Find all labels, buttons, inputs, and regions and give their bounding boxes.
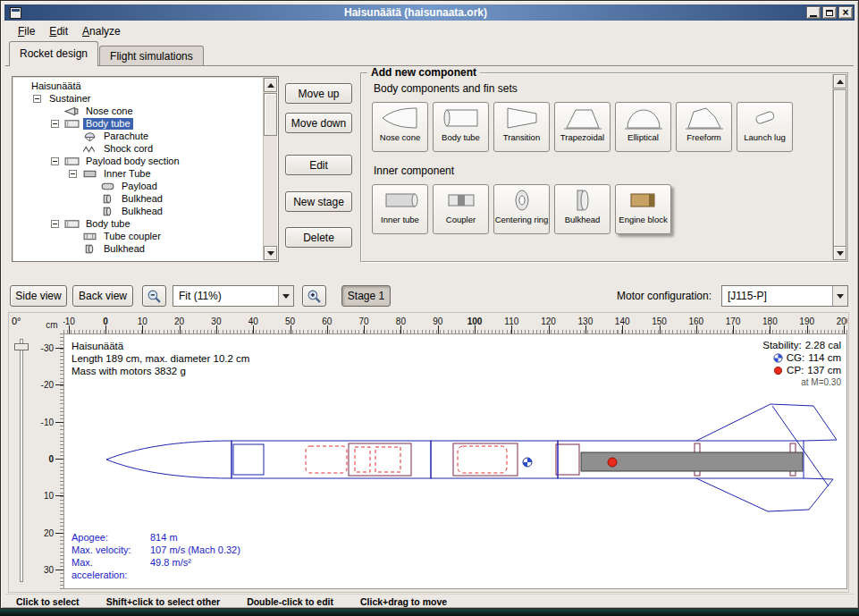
h-ruler-label: 0 — [103, 316, 108, 326]
tab-rocket-design[interactable]: Rocket design — [9, 41, 98, 66]
component-label: Bulkhead — [565, 215, 601, 224]
side-view-button[interactable]: Side view — [10, 285, 67, 307]
component-label: Body tube — [442, 133, 480, 142]
menu-item-analyze[interactable]: Analyze — [75, 23, 128, 39]
scroll-up-button[interactable] — [833, 74, 846, 89]
tree-item-parachute[interactable]: Parachute — [13, 130, 263, 142]
edit-button[interactable]: Edit — [285, 155, 352, 175]
v-ruler-label: 30 — [44, 564, 54, 574]
tree-item-shock-cord[interactable]: Shock cord — [13, 142, 263, 155]
add-coupler-button[interactable]: Coupler — [433, 184, 489, 234]
tree-item-inner-tube[interactable]: Inner Tube — [13, 167, 263, 180]
inner-tube-icon — [381, 187, 420, 214]
tree-expander-icon[interactable] — [33, 95, 41, 103]
h-ruler-label: 30 — [211, 316, 221, 326]
tree-item-label: Tube coupler — [101, 231, 164, 242]
rotation-slider[interactable] — [20, 339, 23, 582]
tree-item-payload[interactable]: Payload — [13, 180, 263, 192]
titlebar[interactable]: Haisunäätä (haisunaata.ork) × — [4, 4, 855, 21]
h-ruler-label: 60 — [322, 316, 332, 326]
add-launch-lug-button[interactable]: Launch lug — [737, 102, 793, 152]
tree-item-body-tube[interactable]: Body tube — [13, 217, 263, 230]
zoom-out-button[interactable] — [142, 285, 166, 307]
move-down-button[interactable]: Move down — [285, 113, 352, 133]
add-nose-cone-button[interactable]: Nose cone — [372, 102, 428, 152]
h-ruler-label: 120 — [541, 316, 556, 326]
component-group-label: Body components and fin sets — [374, 82, 828, 95]
tree-expander-icon[interactable] — [51, 157, 59, 165]
flight-stat-label: Max. velocity: — [72, 544, 150, 556]
menu-item-file[interactable]: File — [11, 23, 42, 39]
arrow-down-icon — [837, 251, 844, 256]
h-ruler-label: 50 — [285, 316, 295, 326]
h-ruler-label: 200 — [837, 316, 847, 326]
minimize-icon — [810, 15, 817, 17]
zoom-select-value: Fit (11%) — [173, 290, 278, 302]
tab-flight-simulations[interactable]: Flight simulations — [99, 46, 204, 66]
tree-expander-icon[interactable] — [51, 220, 59, 228]
tree-item-bulkhead[interactable]: Bulkhead — [13, 192, 263, 205]
tube-icon — [64, 156, 80, 166]
chevron-down-icon[interactable] — [278, 286, 293, 306]
cg-icon — [773, 353, 783, 363]
menu-item-edit[interactable]: Edit — [42, 23, 75, 39]
bulkhead-icon — [100, 194, 115, 204]
panel-scrollbar[interactable] — [832, 74, 846, 260]
zoom-in-button[interactable] — [302, 285, 326, 307]
scroll-up-button[interactable] — [264, 78, 277, 92]
nose-cone-icon — [381, 105, 420, 131]
tree-scrollbar[interactable] — [263, 78, 277, 260]
scrollbar-thumb[interactable] — [833, 89, 846, 247]
h-ruler-tick — [253, 325, 254, 333]
component-label: Elliptical — [627, 133, 659, 142]
tree-item-tube-coupler[interactable]: Tube coupler — [13, 230, 263, 242]
app-window: Haisunäätä (haisunaata.ork) × FileEditAn… — [0, 0, 859, 609]
v-ruler-label: 0 — [48, 454, 54, 464]
add-transition-button[interactable]: Transition — [493, 102, 550, 152]
stability-value: 2.28 cal — [805, 339, 841, 351]
arrow-down-icon — [267, 251, 274, 256]
nosecone-icon — [64, 106, 80, 116]
tree-item-nose-cone[interactable]: Nose cone — [13, 105, 263, 117]
flight-stat-row: Max. acceleration:49.8 m/s² — [72, 556, 240, 581]
scroll-down-button[interactable] — [833, 246, 846, 260]
status-hint: Shift+click to select other — [106, 596, 221, 607]
rotation-slider-thumb[interactable] — [14, 343, 29, 350]
tree-item-payload-body-section[interactable]: Payload body section — [13, 155, 263, 167]
tree-item-body-tube[interactable]: Body tube — [13, 117, 263, 130]
add-bulkhead-button[interactable]: Bulkhead — [554, 184, 611, 234]
close-button[interactable]: × — [838, 6, 853, 19]
tree-item-bulkhead[interactable]: Bulkhead — [13, 242, 263, 255]
new-stage-button[interactable]: New stage — [285, 191, 352, 212]
back-view-button[interactable]: Back view — [72, 285, 133, 307]
tree-item-label: Body tube — [83, 118, 133, 130]
add-body-tube-button[interactable]: Body tube — [433, 102, 489, 152]
stage-1-toggle[interactable]: Stage 1 — [341, 285, 391, 307]
chevron-down-icon[interactable] — [832, 286, 847, 306]
motor-config-select[interactable]: [J115-P] — [721, 285, 848, 307]
tree-item-sustainer[interactable]: Sustainer — [13, 92, 263, 105]
innertube-icon — [82, 169, 97, 179]
v-ruler-tick — [55, 348, 63, 349]
add-trapezoidal-button[interactable]: Trapezoidal — [554, 102, 611, 152]
freeform-icon — [685, 105, 724, 131]
scroll-down-button[interactable] — [264, 246, 277, 260]
scrollbar-thumb[interactable] — [264, 93, 277, 136]
tree-item-bulkhead[interactable]: Bulkhead — [13, 205, 263, 217]
move-up-button[interactable]: Move up — [285, 83, 352, 104]
add-freeform-button[interactable]: Freeform — [676, 102, 732, 152]
add-centering-ring-button[interactable]: Centering ring — [493, 184, 550, 234]
zoom-select[interactable]: Fit (11%) — [173, 285, 294, 307]
tree-expander-icon[interactable] — [51, 120, 59, 128]
draw-area[interactable]: Haisunäätä Length 189 cm, max. diameter … — [63, 333, 847, 589]
minimize-button[interactable] — [806, 6, 821, 19]
h-ruler-tick — [180, 325, 181, 333]
add-engine-block-button[interactable]: Engine block — [615, 184, 671, 234]
maximize-button[interactable] — [822, 6, 837, 19]
tree-item-label: Sustainer — [46, 93, 93, 105]
tree-expander-icon[interactable] — [69, 170, 77, 178]
delete-button[interactable]: Delete — [285, 227, 352, 248]
add-elliptical-button[interactable]: Elliptical — [615, 102, 671, 152]
add-inner-tube-button[interactable]: Inner tube — [372, 184, 428, 234]
tree-item-haisun-t[interactable]: Haisunäätä — [13, 80, 263, 92]
